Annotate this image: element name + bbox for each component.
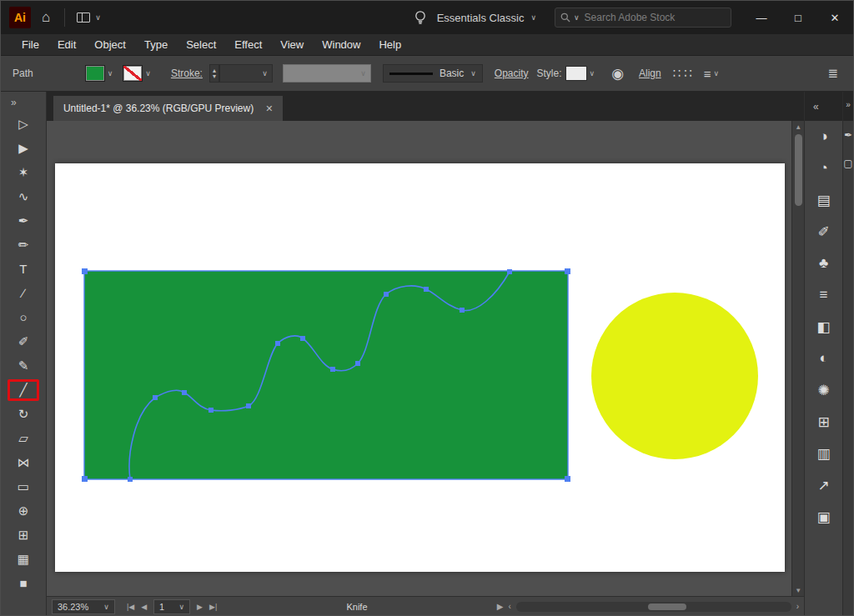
color-guide-panel-icon[interactable]: ◔ [805,153,842,184]
scroll-down-icon[interactable]: ▼ [792,584,804,596]
anchor-point[interactable] [507,269,512,274]
close-button[interactable]: ✕ [816,1,853,34]
asset-export-panel-icon[interactable]: ↗ [805,469,842,501]
color-panel-icon[interactable]: ◑ [805,121,842,153]
fill-color-control[interactable]: ∨ [85,65,113,82]
lasso-tool[interactable]: ∿ [8,186,39,208]
anchor-point[interactable] [424,287,429,292]
selection-tool[interactable]: ▷ [8,113,39,135]
graphic-style-dropdown[interactable]: ∨ [565,66,595,81]
menu-edit[interactable]: Edit [48,34,85,56]
magic-wand-tool[interactable]: ✶ [8,162,39,183]
pencil-tool[interactable]: ✎ [8,355,39,377]
gradient-panel-icon[interactable]: ◧ [805,311,842,343]
stepper-down-icon[interactable]: ▾ [213,73,216,79]
workspace-switcher-button[interactable]: ∨ [68,13,109,23]
menu-view[interactable]: View [271,34,313,56]
scroll-left-icon[interactable]: ‹ [508,602,510,611]
stroke-weight-dropdown[interactable]: ∨ [219,64,273,83]
secondary-dock-expand-icon[interactable]: » [843,92,853,121]
anchor-point[interactable] [246,403,251,408]
stroke-none-swatch[interactable] [123,65,143,82]
recolor-artwork-icon[interactable]: ◉ [611,65,624,83]
layers-panel-icon[interactable]: ▥ [805,438,842,469]
free-transform-tool[interactable]: ▭ [8,476,39,498]
anchor-point[interactable] [128,477,133,482]
ellipse-tool[interactable]: ○ [8,307,39,328]
anchor-point[interactable] [460,308,465,313]
opacity-link[interactable]: Opacity [495,68,529,79]
anchor-point[interactable] [275,341,280,346]
links-panel-icon[interactable]: ▣ [805,501,842,533]
knife-tool[interactable]: ╱ [8,379,39,401]
toolbar-expand-icon[interactable]: » [1,92,17,112]
chevron-down-icon[interactable]: ∨ [108,69,113,78]
distribute-bars-icon[interactable]: ≡ [704,67,711,81]
stroke-color-control[interactable]: ∨ [123,65,151,82]
horizontal-scrollbar[interactable] [516,602,791,612]
anchor-point[interactable] [384,292,389,297]
anchor-point[interactable] [82,476,88,482]
shape-builder-tool[interactable]: ⊕ [8,500,39,522]
first-artboard-button[interactable]: |◀ [127,603,134,611]
align-link[interactable]: Align [639,68,661,79]
anchor-point[interactable] [153,395,158,400]
anchor-point[interactable] [82,268,88,274]
chevron-down-icon[interactable]: ∨ [590,69,595,78]
adobe-stock-search[interactable]: ∨ [555,8,731,28]
dock-collapse-icon[interactable]: « [805,92,842,121]
menu-type[interactable]: Type [135,34,177,56]
document-tab[interactable]: Untitled-1* @ 36.23% (RGB/GPU Preview) ✕ [53,96,283,121]
last-artboard-button[interactable]: ▶| [209,603,217,611]
scale-tool[interactable]: ▱ [8,428,39,449]
app-logo[interactable]: Ai [9,7,31,28]
chevron-down-icon[interactable]: ∨ [262,69,268,78]
stroke-link[interactable]: Stroke: [171,68,203,79]
tab-close-icon[interactable]: ✕ [265,103,273,114]
maximize-button[interactable]: □ [780,1,816,34]
vertical-scrollbar[interactable]: ▲ ▼ [791,121,804,596]
menu-window[interactable]: Window [313,34,369,56]
chevron-down-icon[interactable]: ∨ [714,69,720,78]
paintbrush-tool[interactable]: ✐ [8,331,39,353]
direct-selection-tool[interactable]: ▶ [8,138,39,159]
green-rectangle[interactable] [84,271,568,479]
anchor-point[interactable] [300,336,305,341]
scroll-right-icon[interactable]: › [796,602,799,611]
width-tool[interactable]: ⋈ [8,452,39,473]
minimize-button[interactable]: — [743,1,780,34]
brush-definition-dropdown[interactable]: Basic ∨ [383,64,483,83]
stroke-panel-icon[interactable]: ≡ [805,279,842,311]
anchor-point[interactable] [330,367,335,372]
anchor-point[interactable] [565,268,570,274]
properties-panel-icon[interactable]: ✒ [844,121,852,149]
home-icon[interactable]: ⌂ [31,1,61,34]
menu-file[interactable]: File [13,34,48,56]
line-segment-tool[interactable]: ∕ [8,283,39,304]
next-artboard-button[interactable]: ▶ [197,603,203,611]
menu-object[interactable]: Object [85,34,135,56]
zoom-level-dropdown[interactable]: 36.23% ∨ [52,599,115,614]
search-input[interactable] [583,11,726,24]
stroke-weight-stepper[interactable]: ▴ ▾ [209,64,219,83]
align-objects-icon[interactable]: ∷ [673,66,681,81]
menu-help[interactable]: Help [369,34,410,56]
anchor-point[interactable] [182,390,187,395]
pen-tool[interactable]: ✒ [8,210,39,232]
scroll-up-icon[interactable]: ▲ [792,121,804,133]
distribute-options[interactable]: ≡ ∨ [704,67,719,81]
discover-lightbulb-icon[interactable] [404,1,437,34]
chevron-down-icon[interactable]: ∨ [145,69,151,78]
symbols-panel-icon[interactable]: ♣ [805,248,842,279]
workspace-selector[interactable]: Essentials Classic ∨ [437,12,536,24]
anchor-point[interactable] [565,476,570,482]
menu-select[interactable]: Select [177,34,225,56]
gradient-tool[interactable]: ■ [8,573,39,594]
transparency-panel-icon[interactable]: ◐ [805,343,842,374]
control-panel-menu-icon[interactable]: ≣ [827,66,841,81]
chevron-down-icon[interactable]: ∨ [470,69,476,78]
artboards-panel-icon[interactable]: ⊞ [805,406,842,438]
horizontal-scroll-thumb[interactable] [648,603,686,610]
brushes-panel-icon[interactable]: ✐ [805,216,842,248]
type-tool[interactable]: T [8,258,39,280]
